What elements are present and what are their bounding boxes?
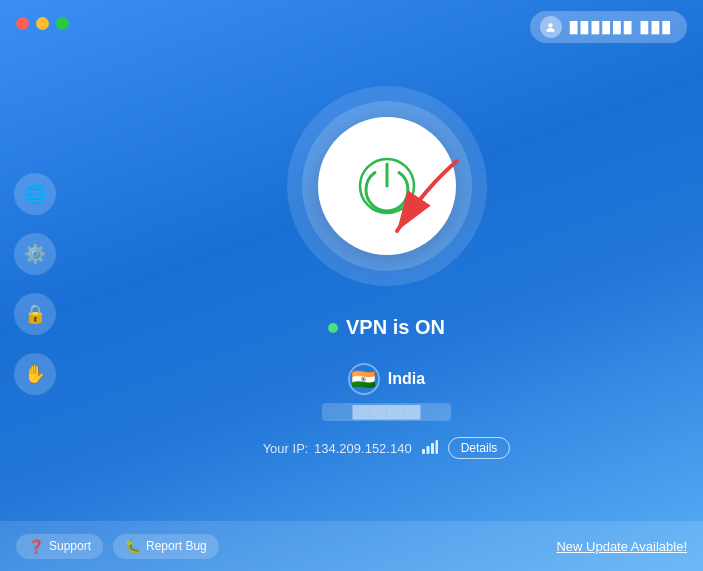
minimize-button[interactable] [36,17,49,30]
lock-icon: 🔒 [24,303,46,325]
report-bug-button[interactable]: 🐛 Report Bug [113,534,219,559]
location-row: 🇮🇳 India [348,363,425,395]
details-button[interactable]: Details [448,437,511,459]
india-flag: 🇮🇳 [348,363,380,395]
bottom-left-buttons: ❓ Support 🐛 Report Bug [16,534,219,559]
update-link[interactable]: New Update Available! [556,539,687,554]
vpn-status-text: VPN is ON [346,316,445,339]
sidebar-item-location[interactable]: 🌐 [14,173,56,215]
traffic-lights [16,17,69,30]
vpn-status: VPN is ON [328,316,445,339]
user-account-button[interactable]: ██████ ███ [530,11,687,43]
sidebar-item-security[interactable]: 🔒 [14,293,56,335]
signal-icon [422,440,438,457]
close-button[interactable] [16,17,29,30]
svg-point-0 [549,23,553,27]
sidebar: 🌐 ⚙️ 🔒 ✋ [0,46,70,521]
power-button-area [277,76,497,296]
globe-icon: 🌐 [24,183,46,205]
bottom-bar: ❓ Support 🐛 Report Bug New Update Availa… [0,521,703,571]
question-icon: ❓ [28,539,44,554]
ring-inner [318,117,456,255]
location-sub: ████████ [322,403,450,421]
power-button[interactable] [352,151,422,221]
user-avatar-icon [540,16,562,38]
user-name-text: ██████ ███ [570,21,673,33]
svg-rect-7 [435,440,438,454]
svg-rect-6 [431,443,434,454]
support-button[interactable]: ❓ Support [16,534,103,559]
maximize-button[interactable] [56,17,69,30]
ip-label: Your IP: 134.209.152.140 [263,441,412,456]
main-content: VPN is ON 🇮🇳 India ████████ Your IP: 134… [70,46,703,521]
title-bar: ██████ ███ [0,0,703,46]
location-name: India [388,370,425,388]
location-info: 🇮🇳 India ████████ [322,363,450,421]
ip-row: Your IP: 134.209.152.140 Details [263,437,511,459]
svg-rect-4 [422,449,425,454]
hand-icon: ✋ [24,363,46,385]
sidebar-item-block[interactable]: ✋ [14,353,56,395]
svg-rect-5 [426,446,429,454]
status-dot [328,323,338,333]
bug-icon: 🐛 [125,539,141,554]
gear-icon: ⚙️ [24,243,46,265]
sidebar-item-settings[interactable]: ⚙️ [14,233,56,275]
